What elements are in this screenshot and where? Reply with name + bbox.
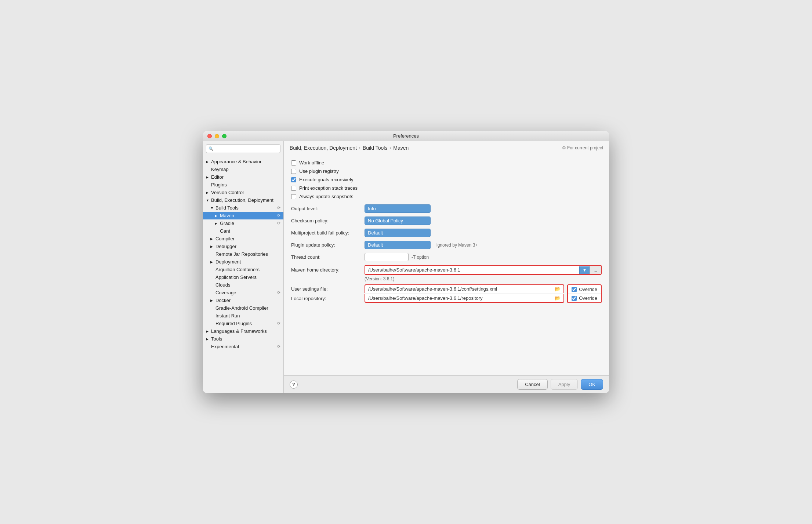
sidebar-item-label: Docker	[215, 298, 280, 303]
work-offline-row: Work offline	[291, 160, 602, 165]
sync-icon: ⟳	[277, 205, 280, 210]
sidebar-item-label: Coverage	[215, 290, 276, 295]
sidebar-item-plugins[interactable]: Plugins	[203, 181, 283, 189]
bottom-bar: ? Cancel Apply OK	[284, 375, 609, 393]
arrow-icon: ▶	[206, 191, 210, 194]
sidebar-item-label: Editor	[211, 174, 280, 180]
sidebar-item-required-plugins[interactable]: Required Plugins⟳	[203, 320, 283, 327]
output-level-select[interactable]: Info Quiet Debug	[365, 204, 431, 213]
multiproject-policy-row: Multiproject build fail policy: Default …	[291, 229, 602, 237]
sidebar-tree: ▶Appearance & BehaviorKeymap▶EditorPlugi…	[203, 156, 283, 393]
search-bar: 🔍	[203, 141, 283, 156]
user-settings-override-checkbox[interactable]	[572, 287, 577, 292]
sidebar-item-remote-jar[interactable]: Remote Jar Repositories	[203, 250, 283, 258]
search-input[interactable]	[206, 144, 280, 153]
panel-header: Build, Execution, Deployment › Build Too…	[284, 141, 609, 154]
sidebar-item-debugger[interactable]: ▶Debugger	[203, 243, 283, 250]
always-update-checkbox[interactable]	[291, 194, 296, 199]
work-offline-label[interactable]: Work offline	[299, 160, 324, 165]
output-level-value: Info Quiet Debug	[365, 204, 602, 213]
maven-home-field-container: ▼ ...	[365, 265, 602, 275]
sidebar-item-coverage[interactable]: Coverage⟳	[203, 289, 283, 296]
print-exception-label[interactable]: Print exception stack traces	[299, 185, 358, 191]
sidebar-item-label: Instant Run	[215, 313, 280, 319]
sidebar-item-appearance[interactable]: ▶Appearance & Behavior	[203, 158, 283, 165]
local-repo-folder-icon[interactable]: 📂	[555, 295, 561, 301]
sidebar-item-app-servers[interactable]: Application Servers	[203, 273, 283, 281]
thread-count-value: -T option	[365, 253, 602, 261]
sidebar-item-gant[interactable]: Gant	[203, 227, 283, 235]
search-icon: 🔍	[209, 146, 214, 151]
local-repo-path: /Users/baihe/Software/apache-maven-3.6.1…	[368, 295, 555, 301]
apply-button[interactable]: Apply	[551, 379, 578, 390]
panel-body: Work offline Use plugin registry Execute…	[284, 154, 609, 375]
arrow-icon: ▶	[206, 175, 210, 179]
arrow-icon: ▼	[206, 199, 210, 202]
maximize-button[interactable]	[222, 134, 226, 138]
plugin-update-policy-row: Plugin update policy: Default Update Do …	[291, 241, 602, 249]
local-repo-override-label: Override	[579, 295, 597, 301]
sidebar-item-version-control[interactable]: ▶Version Control	[203, 189, 283, 196]
local-repo-override-checkbox[interactable]	[572, 296, 577, 301]
sidebar-item-gradle[interactable]: ▶Gradle⟳	[203, 219, 283, 227]
print-exception-checkbox[interactable]	[291, 186, 296, 191]
sidebar-item-label: Compiler	[215, 236, 280, 241]
close-button[interactable]	[207, 134, 212, 138]
maven-home-browse-btn[interactable]: ...	[590, 266, 601, 274]
sidebar-item-build-tools[interactable]: ▼Build Tools⟳	[203, 204, 283, 212]
ok-button[interactable]: OK	[581, 379, 603, 390]
local-repo-override-row: Override	[568, 294, 601, 302]
sync-icon: ⟳	[277, 221, 280, 226]
window-title: Preferences	[393, 133, 419, 139]
bottom-right-buttons: Cancel Apply OK	[517, 379, 603, 390]
thread-count-row: Thread count: -T option	[291, 253, 602, 261]
sidebar-item-languages[interactable]: ▶Languages & Frameworks	[203, 327, 283, 335]
checksum-policy-select[interactable]: No Global Policy Fail Warn Ignore	[365, 216, 431, 225]
output-level-label: Output level:	[291, 206, 365, 211]
sidebar-item-docker[interactable]: ▶Docker	[203, 296, 283, 304]
help-button[interactable]: ?	[290, 381, 298, 389]
plugin-update-policy-select[interactable]: Default Update Do not update Force updat…	[365, 241, 431, 249]
multiproject-policy-label: Multiproject build fail policy:	[291, 230, 365, 236]
arrow-icon: ▶	[210, 299, 214, 302]
minimize-button[interactable]	[215, 134, 219, 138]
breadcrumb-part1: Build, Execution, Deployment	[290, 145, 357, 151]
execute-goals-label[interactable]: Execute goals recursively	[299, 177, 353, 182]
execute-goals-checkbox[interactable]	[291, 177, 296, 182]
sidebar-item-label: Gant	[220, 228, 280, 234]
always-update-label[interactable]: Always update snapshots	[299, 194, 353, 199]
execute-goals-row: Execute goals recursively	[291, 177, 602, 182]
sidebar-item-label: Deployment	[215, 259, 280, 265]
sidebar-item-label: Required Plugins	[215, 321, 276, 326]
sidebar-item-gradle-android[interactable]: Gradle-Android Compiler	[203, 304, 283, 312]
sidebar-item-build-execution[interactable]: ▼Build, Execution, Deployment	[203, 196, 283, 204]
multiproject-policy-select[interactable]: Default Fail at end Never fail	[365, 229, 431, 237]
sidebar-item-arquillian[interactable]: Arquillian Containers	[203, 266, 283, 273]
thread-count-input[interactable]	[365, 253, 409, 261]
sidebar-item-editor[interactable]: ▶Editor	[203, 173, 283, 181]
output-level-row: Output level: Info Quiet Debug	[291, 204, 602, 213]
maven-home-row: Maven home directory: ▼ ...	[291, 265, 602, 275]
cancel-button[interactable]: Cancel	[517, 379, 547, 390]
sidebar-item-tools[interactable]: ▶Tools	[203, 335, 283, 343]
breadcrumb-part2: Build Tools	[363, 145, 387, 151]
work-offline-checkbox[interactable]	[291, 160, 296, 165]
sidebar-item-deployment[interactable]: ▶Deployment	[203, 258, 283, 266]
sidebar-item-compiler[interactable]: ▶Compiler	[203, 235, 283, 243]
always-update-row: Always update snapshots	[291, 194, 602, 199]
sidebar-item-experimental[interactable]: Experimental⟳	[203, 343, 283, 350]
user-settings-label: User settings file:	[291, 286, 365, 292]
sidebar-item-keymap[interactable]: Keymap	[203, 165, 283, 173]
print-exception-row: Print exception stack traces	[291, 185, 602, 191]
use-plugin-registry-checkbox[interactable]	[291, 169, 296, 174]
use-plugin-registry-label[interactable]: Use plugin registry	[299, 168, 339, 174]
sidebar-item-maven[interactable]: ▶Maven⟳	[203, 212, 283, 219]
sidebar-item-instant-run[interactable]: Instant Run	[203, 312, 283, 320]
local-repo-field: /Users/baihe/Software/apache-maven-3.6.1…	[365, 294, 564, 303]
sidebar-item-clouds[interactable]: Clouds	[203, 281, 283, 289]
sync-icon: ⟳	[277, 344, 280, 349]
maven-home-dropdown-btn[interactable]: ▼	[579, 266, 590, 274]
user-settings-folder-icon[interactable]: 📂	[555, 286, 561, 292]
maven-home-input[interactable]	[365, 266, 579, 274]
sidebar-item-label: Clouds	[215, 282, 280, 288]
